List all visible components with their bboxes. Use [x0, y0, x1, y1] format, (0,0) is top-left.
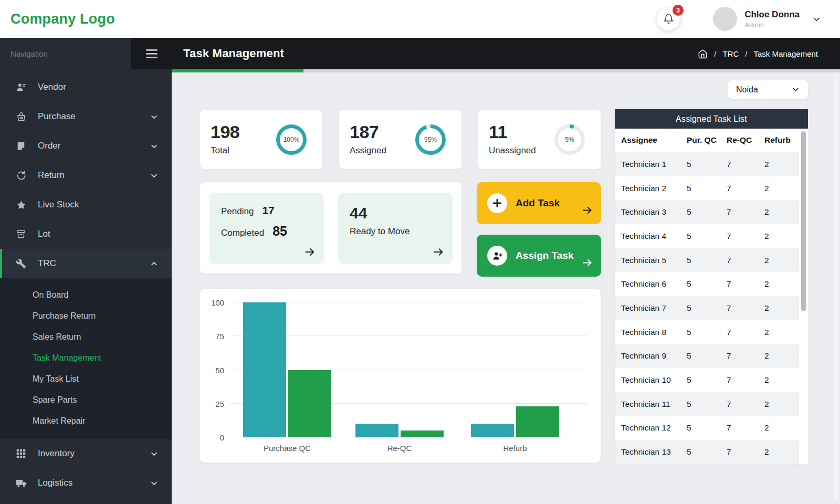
task-count: 2	[764, 256, 799, 265]
plus-icon	[487, 193, 507, 213]
table-row[interactable]: Technician 9572	[615, 344, 799, 369]
sidebar-item-vendor[interactable]: Vendor	[0, 72, 172, 102]
assignee-name: Technician 12	[621, 423, 687, 433]
add-task-label: Add Task	[516, 197, 560, 209]
task-count: 7	[727, 447, 764, 457]
sidebar-item-label: Order	[38, 141, 60, 151]
user-name: Chloe Donna	[744, 9, 800, 20]
task-count: 2	[764, 328, 799, 337]
sidebar-item-lot[interactable]: Lot	[0, 219, 172, 249]
app-root: Company Logo 3 Chloe Donna Admin	[0, 0, 840, 504]
sidebar-subitem-my-task-list[interactable]: My Task List	[0, 369, 172, 390]
arrow-right-icon[interactable]	[304, 246, 316, 258]
task-count: 7	[727, 351, 764, 361]
arrow-right-icon[interactable]	[433, 246, 444, 258]
sidebar-item-label: Lot	[38, 229, 50, 239]
sidebar-nav: VendorPurchaseOrderReturnLive StockLotTR…	[0, 69, 172, 498]
user-menu[interactable]: Chloe Donna Admin	[713, 7, 821, 31]
sidebar-item-label: Purchase	[38, 111, 76, 122]
stat-card-text: 198Total	[211, 123, 239, 156]
sidebar-item-trc[interactable]: TRC	[0, 249, 172, 278]
grid-icon	[16, 448, 27, 459]
table-row[interactable]: Technician 13572	[615, 440, 799, 464]
table-row[interactable]: Technician 1572	[615, 152, 799, 176]
task-count: 2	[764, 279, 799, 289]
chevron-down-icon	[150, 142, 158, 150]
chevron-down-icon	[792, 86, 800, 93]
hamburger-button[interactable]	[131, 38, 172, 69]
sidebar-subitem-purchase-return[interactable]: Purchase Return	[0, 306, 172, 327]
pending-row: Pending 17	[221, 204, 324, 217]
task-count: 2	[764, 400, 799, 409]
trc-submenu: On BoardPurchase ReturnSales ReturnTask …	[0, 278, 172, 439]
task-count: 7	[727, 423, 764, 433]
assignee-name: Technician 11	[621, 400, 687, 409]
vendor-icon	[16, 82, 27, 93]
table-row[interactable]: Technician 4572	[615, 224, 799, 248]
task-count: 2	[764, 303, 799, 313]
completed-row: Completed 85	[221, 224, 324, 239]
table-row[interactable]: Technician 10572	[615, 368, 799, 392]
table-title: Assigned Task List	[615, 109, 808, 129]
notifications-button[interactable]: 3	[657, 7, 680, 30]
task-count: 5	[687, 447, 727, 457]
sidebar-item-label: Return	[38, 170, 65, 181]
breadcrumb-separator: /	[714, 49, 716, 58]
table-row[interactable]: Technician 8572	[615, 320, 799, 344]
table-scrollbar[interactable]	[801, 131, 806, 311]
avatar	[713, 7, 737, 31]
task-count: 2	[764, 375, 799, 385]
chevron-up-icon	[150, 260, 158, 268]
sidebar-item-label: Logistics	[38, 478, 72, 488]
task-count: 5	[687, 400, 727, 409]
sidebar-subitem-task-management[interactable]: Task Management	[0, 348, 172, 369]
sidebar-item-inventory[interactable]: Inventory	[0, 439, 172, 468]
sidebar-item-label: Live Stock	[38, 200, 79, 210]
table-row[interactable]: Technician 2572	[615, 176, 799, 201]
ready-to-move-card[interactable]: 44 Ready to Move	[338, 193, 453, 264]
task-count: 5	[687, 328, 727, 337]
progress-ring-label: 5%	[565, 136, 574, 143]
task-count: 5	[687, 423, 727, 433]
home-icon[interactable]	[698, 49, 708, 59]
chevron-down-icon	[150, 113, 158, 121]
sidebar-subitem-sales-return[interactable]: Sales Return	[0, 327, 172, 348]
sidebar-subitem-on-board[interactable]: On Board	[0, 285, 172, 306]
pending-completed-card[interactable]: Pending 17 Completed 85	[209, 193, 324, 264]
wrench-icon	[16, 258, 27, 269]
sidebar-subitem-market-repair[interactable]: Market Repair	[0, 411, 172, 432]
sidebar-item-order[interactable]: Order	[0, 131, 172, 161]
add-task-button[interactable]: Add Task	[477, 182, 601, 224]
stat-card-text: 11Unassigned	[489, 123, 536, 156]
chevron-down-icon	[150, 479, 158, 487]
table-row[interactable]: Technician 7572	[615, 296, 799, 320]
task-count: 2	[764, 160, 799, 169]
location-select[interactable]: Noida	[727, 80, 808, 99]
table-row[interactable]: Technician 12572	[615, 416, 799, 440]
y-axis-tick: 100	[200, 298, 224, 307]
table-row[interactable]: Technician 6572	[615, 272, 799, 296]
ready-label: Ready to Move	[350, 226, 453, 237]
page-scrollbar[interactable]	[834, 74, 838, 501]
sidebar-subitem-spare-parts[interactable]: Spare Parts	[0, 390, 172, 411]
table-row[interactable]: Technician 3572	[615, 200, 799, 224]
column-header: Assignee	[621, 135, 687, 145]
sidebar-item-live-stock[interactable]: Live Stock	[0, 190, 172, 219]
assignee-name: Technician 7	[621, 303, 687, 313]
sidebar-item-label: Inventory	[38, 448, 75, 459]
breadcrumb-trc[interactable]: TRC	[722, 49, 739, 58]
sidebar-item-purchase[interactable]: Purchase	[0, 102, 172, 131]
location-select-value: Noida	[736, 85, 758, 94]
ready-value: 44	[350, 204, 453, 222]
person-add-icon	[487, 246, 507, 266]
sidebar-heading: Navigation	[10, 49, 48, 58]
assign-task-button[interactable]: Assign Task	[477, 235, 601, 277]
assignee-name: Technician 2	[621, 184, 687, 193]
column-header: Re-QC	[727, 135, 764, 145]
sidebar-item-return[interactable]: Return	[0, 161, 172, 190]
table-row[interactable]: Technician 11572	[615, 392, 799, 416]
sidebar-item-logistics[interactable]: Logistics	[0, 468, 172, 498]
table-row[interactable]: Technician 5572	[615, 248, 799, 272]
breadcrumb-separator: /	[745, 49, 747, 58]
bar	[243, 302, 286, 437]
